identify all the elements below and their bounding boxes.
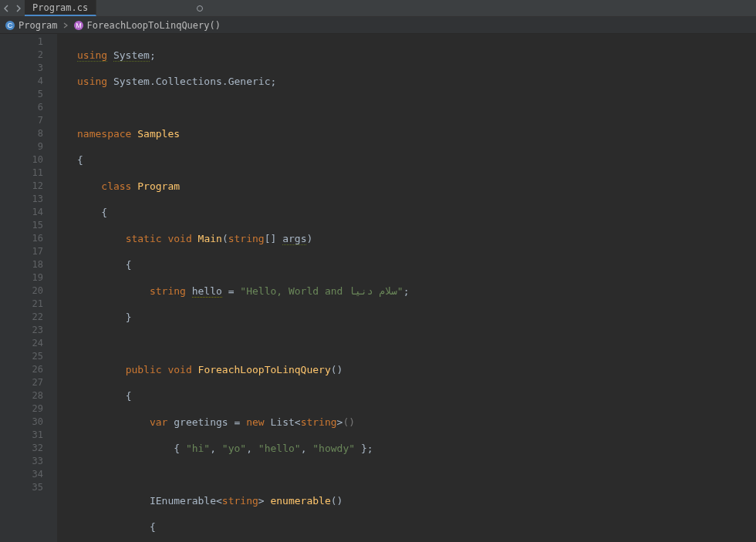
tab-label: Program.cs xyxy=(32,2,88,13)
code-line: using System.Collections.Generic; xyxy=(77,75,756,88)
breadcrumb-class[interactable]: C Program xyxy=(5,20,58,31)
gutter-line: 16 xyxy=(0,232,43,245)
tab-pin[interactable] xyxy=(197,0,203,16)
code-line: { "hi", "yo", "hello", "howdy" }; xyxy=(77,442,756,455)
gutter-line: 6 xyxy=(0,101,43,114)
gutter-line: 17 xyxy=(0,245,43,258)
code-line: IEnumerable<string> enumerable() xyxy=(77,494,756,507)
gutter-line: 29 xyxy=(0,402,43,416)
gutter-line: 25 xyxy=(0,350,43,363)
gutter-line: 15 xyxy=(0,219,43,232)
code-line: } xyxy=(77,311,756,324)
gutter-line: 23 xyxy=(0,324,43,337)
gutter-line: 28 xyxy=(0,389,43,402)
pin-icon xyxy=(197,5,203,12)
gutter-line: 21 xyxy=(0,298,43,311)
code-line: var greetings = new List<string>() xyxy=(77,416,756,429)
class-icon: C xyxy=(5,20,15,31)
svg-text:M: M xyxy=(76,22,82,29)
code-line: { xyxy=(77,153,756,167)
gutter-line: 20 xyxy=(0,284,43,298)
breadcrumb-method[interactable]: M ForeachLoopToLinqQuery() xyxy=(73,20,221,31)
gutter-line: 31 xyxy=(0,429,43,442)
gutter-line: 35 xyxy=(0,481,43,494)
code-line: { xyxy=(77,258,756,271)
gutter-line: 13 xyxy=(0,193,43,206)
gutter-line: 19 xyxy=(0,271,43,284)
editor[interactable]: 1234567891011121314151617181920212223242… xyxy=(0,34,756,542)
gutter-line: 3 xyxy=(0,62,43,75)
tab-program-cs[interactable]: Program.cs xyxy=(25,0,96,16)
gutter-line: 2 xyxy=(0,49,43,62)
code-line: public void ForeachLoopToLinqQuery() xyxy=(77,363,756,376)
tab-nav-back-icon[interactable] xyxy=(3,5,11,12)
gutter-line: 26 xyxy=(0,363,43,376)
gutter-line: 32 xyxy=(0,442,43,455)
code-line: { xyxy=(77,389,756,402)
code-line: string hello = "Hello, World and سلام دن… xyxy=(77,284,756,298)
breadcrumb-class-label: Program xyxy=(19,20,58,31)
scrollbar[interactable] xyxy=(748,34,756,542)
gutter-line: 27 xyxy=(0,376,43,389)
code-line: class Program xyxy=(77,180,756,193)
gutter: 1234567891011121314151617181920212223242… xyxy=(0,34,57,542)
gutter-line: 8 xyxy=(0,127,43,140)
svg-text:C: C xyxy=(8,22,13,29)
gutter-line: 9 xyxy=(0,140,43,153)
gutter-line: 11 xyxy=(0,167,43,180)
code-line: namespace Samples xyxy=(77,127,756,140)
tab-nav xyxy=(0,0,25,16)
gutter-line: 24 xyxy=(0,337,43,350)
gutter-line: 30 xyxy=(0,416,43,429)
breadcrumb: C Program M ForeachLoopToLinqQuery() xyxy=(0,17,756,34)
method-icon: M xyxy=(73,20,84,31)
code-area[interactable]: using System; using System.Collections.G… xyxy=(57,34,756,542)
gutter-line: 1 xyxy=(0,35,43,49)
code-line: { xyxy=(77,520,756,534)
code-line: { xyxy=(77,206,756,219)
gutter-line: 10 xyxy=(0,153,43,167)
gutter-line: 12 xyxy=(0,180,43,193)
gutter-line: 34 xyxy=(0,468,43,481)
code-line: static void Main(string[] args) xyxy=(77,232,756,245)
gutter-line: 18 xyxy=(0,258,43,271)
gutter-line: 33 xyxy=(0,455,43,468)
tab-row: Program.cs xyxy=(0,0,756,17)
breadcrumb-separator-icon xyxy=(62,20,69,31)
breadcrumb-method-label: ForeachLoopToLinqQuery() xyxy=(87,20,221,31)
gutter-line: 7 xyxy=(0,114,43,127)
gutter-line: 5 xyxy=(0,88,43,101)
gutter-line: 4 xyxy=(0,75,43,88)
gutter-line: 14 xyxy=(0,206,43,219)
tab-nav-forward-icon[interactable] xyxy=(14,5,22,12)
code-line xyxy=(77,468,756,481)
code-line xyxy=(77,337,756,350)
code-line xyxy=(77,101,756,114)
code-line: using System; xyxy=(77,49,756,62)
gutter-line: 22 xyxy=(0,311,43,324)
